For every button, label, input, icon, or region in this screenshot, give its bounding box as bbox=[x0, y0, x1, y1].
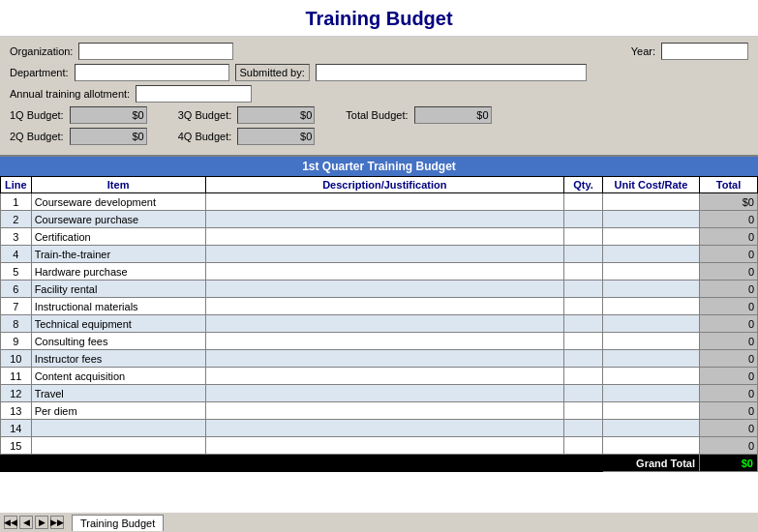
cell-line: 11 bbox=[1, 368, 32, 385]
cell-qty[interactable] bbox=[564, 368, 603, 385]
cell-qty[interactable] bbox=[564, 333, 603, 350]
cell-total: 0 bbox=[700, 385, 758, 402]
cell-description[interactable] bbox=[205, 333, 563, 350]
cell-rate[interactable] bbox=[603, 333, 700, 350]
cell-description[interactable] bbox=[205, 420, 563, 437]
cell-qty[interactable] bbox=[564, 315, 603, 333]
cell-item: Courseware development bbox=[31, 193, 205, 211]
table-row: 1Courseware development$0 bbox=[1, 193, 758, 211]
cell-rate[interactable] bbox=[603, 298, 700, 315]
cell-qty[interactable] bbox=[564, 298, 603, 315]
cell-line: 1 bbox=[1, 193, 32, 211]
cell-description[interactable] bbox=[205, 263, 563, 281]
cell-description[interactable] bbox=[205, 228, 563, 246]
table-row: 12Travel0 bbox=[1, 385, 758, 402]
cell-rate[interactable] bbox=[603, 420, 700, 437]
form-row-1: Organization: Year: bbox=[10, 43, 748, 60]
cell-item bbox=[31, 420, 205, 437]
cell-description[interactable] bbox=[205, 402, 563, 420]
form-row-5: 2Q Budget: 4Q Budget: bbox=[10, 128, 748, 145]
cell-item: Content acquisition bbox=[31, 368, 205, 385]
cell-line: 5 bbox=[1, 263, 32, 281]
cell-description[interactable] bbox=[205, 437, 563, 455]
cell-rate[interactable] bbox=[603, 228, 700, 246]
department-input[interactable] bbox=[75, 64, 229, 81]
cell-qty[interactable] bbox=[564, 263, 603, 281]
cell-qty[interactable] bbox=[564, 437, 603, 455]
cell-item: Certification bbox=[31, 228, 205, 246]
cell-description[interactable] bbox=[205, 246, 563, 263]
cell-item: Hardware purchase bbox=[31, 263, 205, 281]
form-section: Organization: Year: Department: Submitte… bbox=[0, 37, 758, 157]
cell-description[interactable] bbox=[205, 211, 563, 228]
header-line: Line bbox=[1, 177, 32, 193]
cell-total: 0 bbox=[700, 228, 758, 246]
form-row-4: 1Q Budget: 3Q Budget: Total Budget: bbox=[10, 106, 748, 124]
cell-description[interactable] bbox=[205, 385, 563, 402]
cell-item bbox=[31, 437, 205, 455]
cell-item: Per diem bbox=[31, 402, 205, 420]
cell-qty[interactable] bbox=[564, 402, 603, 420]
bottom-bar: ◀◀ ◀ ▶ ▶▶ Training Budget bbox=[0, 511, 758, 532]
table-row: 7Instructional materials0 bbox=[1, 298, 758, 315]
cell-item: Instructor fees bbox=[31, 350, 205, 368]
cell-qty[interactable] bbox=[564, 228, 603, 246]
cell-rate[interactable] bbox=[603, 368, 700, 385]
cell-line: 3 bbox=[1, 228, 32, 246]
cell-qty[interactable] bbox=[564, 211, 603, 228]
cell-total: 0 bbox=[700, 333, 758, 350]
cell-qty[interactable] bbox=[564, 193, 603, 211]
q2-budget-input[interactable] bbox=[70, 128, 147, 145]
q1-budget-label: 1Q Budget: bbox=[10, 109, 64, 121]
cell-total: 0 bbox=[700, 402, 758, 420]
nav-prev[interactable]: ◀ bbox=[19, 516, 33, 529]
header-qty: Qty. bbox=[564, 177, 603, 193]
q3-budget-input[interactable] bbox=[237, 106, 315, 124]
total-budget-input[interactable] bbox=[414, 106, 492, 124]
table-header-row: Line Item Description/Justification Qty.… bbox=[1, 177, 758, 193]
cell-description[interactable] bbox=[205, 368, 563, 385]
cell-item: Technical equipment bbox=[31, 315, 205, 333]
table-row: 11Content acquisition0 bbox=[1, 368, 758, 385]
cell-rate[interactable] bbox=[603, 385, 700, 402]
table-row: 2Courseware purchase0 bbox=[1, 211, 758, 228]
cell-rate[interactable] bbox=[603, 246, 700, 263]
cell-qty[interactable] bbox=[564, 385, 603, 402]
cell-qty[interactable] bbox=[564, 350, 603, 368]
cell-qty[interactable] bbox=[564, 420, 603, 437]
sheet-tab[interactable]: Training Budget bbox=[72, 515, 164, 531]
cell-item: Train-the-trainer bbox=[31, 246, 205, 263]
submitted-by-input[interactable] bbox=[316, 64, 587, 81]
cell-description[interactable] bbox=[205, 298, 563, 315]
cell-description[interactable] bbox=[205, 350, 563, 368]
cell-rate[interactable] bbox=[603, 193, 700, 211]
nav-last[interactable]: ▶▶ bbox=[50, 516, 64, 529]
department-label: Department: bbox=[10, 67, 69, 78]
page-title: Training Budget bbox=[0, 8, 758, 30]
allotment-input[interactable] bbox=[136, 85, 252, 103]
cell-line: 2 bbox=[1, 211, 32, 228]
cell-rate[interactable] bbox=[603, 402, 700, 420]
q4-budget-input[interactable] bbox=[237, 128, 315, 145]
cell-rate[interactable] bbox=[603, 281, 700, 298]
cell-rate[interactable] bbox=[603, 437, 700, 455]
cell-description[interactable] bbox=[205, 281, 563, 298]
cell-rate[interactable] bbox=[603, 263, 700, 281]
cell-rate[interactable] bbox=[603, 350, 700, 368]
cell-line: 7 bbox=[1, 298, 32, 315]
cell-line: 6 bbox=[1, 281, 32, 298]
cell-rate[interactable] bbox=[603, 315, 700, 333]
cell-line: 4 bbox=[1, 246, 32, 263]
nav-first[interactable]: ◀◀ bbox=[4, 516, 17, 529]
cell-total: $0 bbox=[700, 193, 758, 211]
q1-budget-input[interactable] bbox=[70, 106, 147, 124]
cell-description[interactable] bbox=[205, 315, 563, 333]
cell-rate[interactable] bbox=[603, 211, 700, 228]
nav-next[interactable]: ▶ bbox=[35, 516, 48, 529]
cell-qty[interactable] bbox=[564, 246, 603, 263]
cell-qty[interactable] bbox=[564, 281, 603, 298]
cell-description[interactable] bbox=[205, 193, 563, 211]
organization-input[interactable] bbox=[78, 43, 233, 60]
table-row: 150 bbox=[1, 437, 758, 455]
year-input[interactable] bbox=[661, 43, 748, 60]
